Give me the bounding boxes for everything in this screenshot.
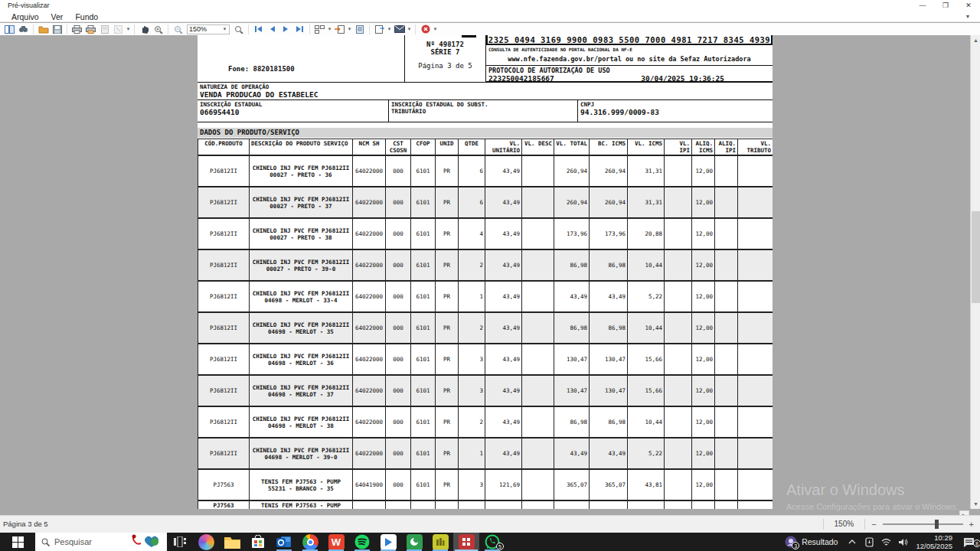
chrome-icon[interactable] <box>297 533 323 551</box>
zoom-decrease-button[interactable]: − <box>871 520 876 529</box>
table-cell: 86,98 <box>554 312 590 344</box>
task-view-button[interactable] <box>167 533 193 551</box>
toolbar-overflow-icon[interactable]: ▾ <box>966 13 969 20</box>
export-icon[interactable] <box>333 24 346 34</box>
vertical-scrollbar-thumb[interactable] <box>972 211 980 303</box>
save-page-caret[interactable]: ▾ <box>387 26 392 32</box>
natureza-label: NATUREZA DE OPERAÇÃO <box>200 83 770 90</box>
table-cell: 12,00 <box>692 155 715 187</box>
page-layout-icon[interactable] <box>313 24 326 34</box>
table-cell <box>715 218 738 249</box>
toolbar: ▾ 150% ▾ ▾ ▾ ▾ ▾ ▾ <box>0 23 980 35</box>
nav-prev-icon[interactable] <box>266 24 279 34</box>
table-cell: 6101 <box>411 155 436 187</box>
table-cell: CHINELO INJ PVC FEM PJ6812II 04698 - MER… <box>250 438 353 469</box>
section-title: DADOS DO PRODUTO/SERVIÇO <box>198 128 773 138</box>
report-icon[interactable] <box>353 24 366 34</box>
nav-next-icon[interactable] <box>279 24 292 34</box>
zoom-out-icon[interactable] <box>172 24 185 34</box>
print-icon[interactable] <box>70 24 83 34</box>
minimize-button[interactable]: — <box>911 0 934 11</box>
table-cell: 173,96 <box>590 218 628 249</box>
menu-ver[interactable]: Ver <box>46 12 69 21</box>
table-cell <box>738 249 773 281</box>
table-cell <box>665 218 692 249</box>
print-setup-icon[interactable] <box>84 24 97 34</box>
status-zoom-level: 150% <box>823 519 866 530</box>
nav-last-icon[interactable] <box>293 24 306 34</box>
email-icon[interactable] <box>393 24 406 34</box>
zoom-custom-icon[interactable] <box>232 24 245 34</box>
table-cell: CHINELO INJ PVC FEM PJ6812II 04698 - MER… <box>250 406 353 438</box>
email-caret[interactable]: ▾ <box>407 26 412 32</box>
table-cell <box>665 312 692 344</box>
nav-first-icon[interactable] <box>252 24 265 34</box>
menu-arquivo[interactable]: Arquivo <box>6 12 44 21</box>
clock-time: 10:29 <box>916 533 952 542</box>
selection-mode-caret[interactable]: ▾ <box>126 26 131 32</box>
table-cell: 12,00 <box>692 469 715 500</box>
document-page: Fone: 8820181500 Nº 498172 SÉRIE 7 Págin… <box>198 35 773 509</box>
whatsapp-icon[interactable]: 5 <box>479 533 505 551</box>
selection-mode-icon[interactable] <box>112 24 125 34</box>
maximize-button[interactable]: ❐ <box>934 0 957 11</box>
wps-office-icon[interactable]: W <box>323 533 349 551</box>
table-cell: PR <box>436 375 459 406</box>
scroll-down-icon[interactable]: ▼ <box>971 499 980 509</box>
zoom-combobox-caret[interactable]: ▾ <box>222 26 227 32</box>
pan-hand-icon[interactable] <box>138 24 151 34</box>
find-icon[interactable] <box>17 24 30 34</box>
cnpj-cell: CNPJ 94.316.999/0009-83 <box>578 100 773 122</box>
taskbar-clock[interactable]: 10:29 12/05/2025 <box>911 533 957 550</box>
scroll-up-icon[interactable]: ▲ <box>971 35 980 45</box>
page-layout-caret[interactable]: ▾ <box>327 26 332 32</box>
table-cell: 86,98 <box>554 249 590 281</box>
tray-chevron-icon[interactable] <box>844 540 861 544</box>
spotify-icon[interactable] <box>349 533 375 551</box>
taskbar-search[interactable]: Pesquisar <box>35 533 167 551</box>
zoom-slider-handle[interactable] <box>935 520 939 529</box>
file-explorer-icon[interactable] <box>219 533 245 551</box>
start-button[interactable] <box>0 533 35 551</box>
whatsapp-badge: 5 <box>496 543 504 550</box>
notification-center-button[interactable]: 8 <box>957 537 980 547</box>
zoom-increase-button[interactable]: + <box>969 520 974 529</box>
zoom-in-icon[interactable] <box>152 24 165 34</box>
save-icon[interactable] <box>51 24 64 34</box>
news-widget-button[interactable]: 3 Resultado <box>779 536 844 548</box>
tray-device-icon[interactable] <box>861 537 877 547</box>
table-cell <box>738 281 773 312</box>
search-daily-image[interactable] <box>130 533 165 550</box>
column-header: UNID <box>436 139 459 156</box>
table-cell: 260,94 <box>590 155 628 187</box>
microsoft-store-icon[interactable] <box>245 533 271 551</box>
copilot-icon[interactable] <box>193 533 219 551</box>
outlook-icon[interactable] <box>271 533 297 551</box>
zoom-combobox[interactable]: 150% ▾ <box>187 24 230 34</box>
close-preview-icon[interactable] <box>419 24 432 34</box>
active-report-app-icon[interactable] <box>453 533 479 551</box>
close-preview-caret[interactable]: ▾ <box>433 26 438 32</box>
media-arrow-icon[interactable] <box>375 533 401 551</box>
volume-icon[interactable] <box>894 538 911 546</box>
zoom-slider[interactable] <box>883 523 963 525</box>
page-preview-icon[interactable] <box>98 24 111 34</box>
product-table-wrap: CÓD.PRODUTODESCRIÇÃO DO PRODUTO SERVIÇON… <box>198 139 773 509</box>
vertical-scrollbar[interactable]: ▲ ▼ <box>970 35 980 509</box>
table-cell: PJ6812II <box>198 218 250 249</box>
table-cell <box>485 500 522 509</box>
table-cell: PJ6812II <box>198 438 250 469</box>
panel-toggle-icon[interactable] <box>3 24 16 34</box>
table-cell: 000 <box>386 344 411 375</box>
green-swirl-app-icon[interactable] <box>401 533 427 551</box>
column-header: CÓD.PRODUTO <box>198 139 250 156</box>
close-button[interactable]: ✕ <box>957 0 980 11</box>
network-icon[interactable] <box>877 538 894 546</box>
save-page-icon[interactable] <box>373 24 386 34</box>
open-icon[interactable] <box>37 24 50 34</box>
yellow-grid-app-icon[interactable] <box>427 533 453 551</box>
table-cell: 130,47 <box>554 375 590 406</box>
menu-fundo[interactable]: Fundo <box>70 12 103 21</box>
system-tray: 3 Resultado 10:29 12/05/2025 8 <box>779 533 980 551</box>
export-caret[interactable]: ▾ <box>347 26 352 32</box>
